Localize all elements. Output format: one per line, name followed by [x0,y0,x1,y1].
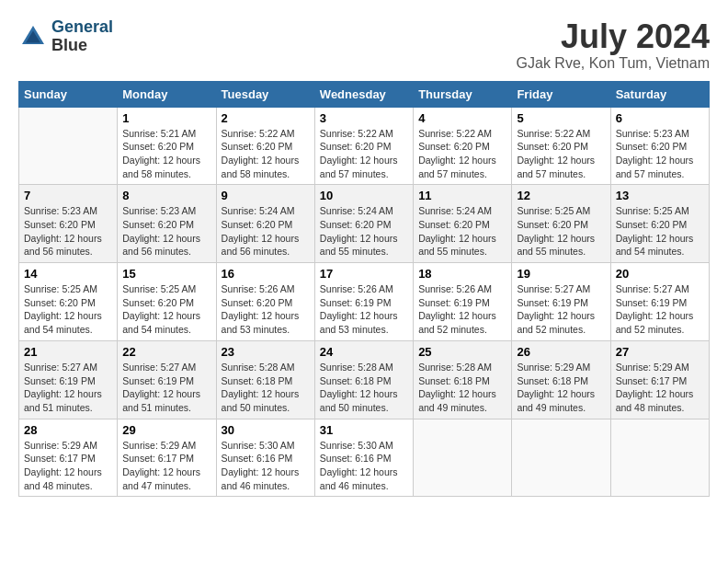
day-number: 25 [418,345,506,359]
day-info: Sunrise: 5:22 AM Sunset: 6:20 PM Dayligh… [320,127,408,181]
calendar-cell: 21Sunrise: 5:27 AM Sunset: 6:19 PM Dayli… [19,340,118,419]
day-number: 16 [222,267,310,281]
calendar-cell: 9Sunrise: 5:24 AM Sunset: 6:20 PM Daylig… [216,185,314,263]
day-number: 20 [616,267,704,281]
day-info: Sunrise: 5:27 AM Sunset: 6:19 PM Dayligh… [122,361,210,415]
weekday-header-sunday: Sunday [19,81,118,107]
weekday-header-friday: Friday [512,81,610,107]
calendar-cell: 24Sunrise: 5:28 AM Sunset: 6:18 PM Dayli… [314,340,413,419]
weekday-header-tuesday: Tuesday [216,81,314,107]
calendar-cell [414,419,512,497]
location: GJak Rve, Kon Tum, Vietnam [517,55,710,72]
weekday-header-thursday: Thursday [414,81,512,107]
weekday-header-wednesday: Wednesday [314,81,413,107]
day-number: 18 [418,267,506,281]
calendar-week-4: 28Sunrise: 5:29 AM Sunset: 6:17 PM Dayli… [19,419,710,497]
day-info: Sunrise: 5:24 AM Sunset: 6:20 PM Dayligh… [222,204,310,259]
calendar-cell: 6Sunrise: 5:23 AM Sunset: 6:20 PM Daylig… [610,107,709,185]
day-number: 21 [24,345,112,359]
calendar-cell [19,107,118,185]
day-info: Sunrise: 5:24 AM Sunset: 6:20 PM Dayligh… [320,204,408,259]
day-info: Sunrise: 5:24 AM Sunset: 6:20 PM Dayligh… [418,204,506,259]
day-info: Sunrise: 5:28 AM Sunset: 6:18 PM Dayligh… [222,361,310,415]
day-number: 6 [616,111,704,125]
day-info: Sunrise: 5:26 AM Sunset: 6:19 PM Dayligh… [418,282,506,337]
calendar-cell: 14Sunrise: 5:25 AM Sunset: 6:20 PM Dayli… [19,263,118,341]
day-info: Sunrise: 5:27 AM Sunset: 6:19 PM Dayligh… [24,361,112,415]
calendar-header: SundayMondayTuesdayWednesdayThursdayFrid… [19,81,710,107]
day-info: Sunrise: 5:22 AM Sunset: 6:20 PM Dayligh… [222,127,310,181]
logo-icon [18,22,48,52]
day-number: 11 [418,189,506,202]
calendar-cell: 2Sunrise: 5:22 AM Sunset: 6:20 PM Daylig… [216,107,314,185]
day-number: 19 [517,267,605,281]
calendar-cell: 28Sunrise: 5:29 AM Sunset: 6:17 PM Dayli… [19,419,118,497]
day-number: 14 [24,267,112,281]
day-number: 4 [418,111,506,125]
calendar-cell: 5Sunrise: 5:22 AM Sunset: 6:20 PM Daylig… [512,107,610,185]
day-number: 31 [320,423,408,437]
calendar-week-0: 1Sunrise: 5:21 AM Sunset: 6:20 PM Daylig… [19,107,710,185]
calendar-week-3: 21Sunrise: 5:27 AM Sunset: 6:19 PM Dayli… [19,340,710,419]
calendar-cell [512,419,610,497]
day-info: Sunrise: 5:23 AM Sunset: 6:20 PM Dayligh… [122,204,210,259]
day-number: 24 [320,345,408,359]
title-block: July 2024 GJak Rve, Kon Tum, Vietnam [517,18,710,72]
day-number: 29 [122,423,210,437]
day-number: 9 [222,189,310,202]
day-number: 22 [122,345,210,359]
day-info: Sunrise: 5:27 AM Sunset: 6:19 PM Dayligh… [517,282,605,337]
day-number: 1 [122,111,210,125]
calendar-cell: 3Sunrise: 5:22 AM Sunset: 6:20 PM Daylig… [314,107,413,185]
calendar-cell: 10Sunrise: 5:24 AM Sunset: 6:20 PM Dayli… [314,185,413,263]
day-number: 23 [222,345,310,359]
calendar-table: SundayMondayTuesdayWednesdayThursdayFrid… [18,81,710,498]
day-number: 8 [122,189,210,202]
day-info: Sunrise: 5:29 AM Sunset: 6:18 PM Dayligh… [517,361,605,415]
weekday-header-saturday: Saturday [610,81,709,107]
day-info: Sunrise: 5:30 AM Sunset: 6:16 PM Dayligh… [320,439,408,493]
month-year: July 2024 [517,18,710,55]
day-info: Sunrise: 5:25 AM Sunset: 6:20 PM Dayligh… [616,204,704,259]
day-info: Sunrise: 5:30 AM Sunset: 6:16 PM Dayligh… [222,439,310,493]
calendar-cell: 16Sunrise: 5:26 AM Sunset: 6:20 PM Dayli… [216,263,314,341]
calendar-cell: 17Sunrise: 5:26 AM Sunset: 6:19 PM Dayli… [314,263,413,341]
day-info: Sunrise: 5:23 AM Sunset: 6:20 PM Dayligh… [616,127,704,181]
day-info: Sunrise: 5:28 AM Sunset: 6:18 PM Dayligh… [418,361,506,415]
day-number: 17 [320,267,408,281]
day-info: Sunrise: 5:26 AM Sunset: 6:19 PM Dayligh… [320,282,408,337]
weekday-row: SundayMondayTuesdayWednesdayThursdayFrid… [19,81,710,107]
calendar-cell: 26Sunrise: 5:29 AM Sunset: 6:18 PM Dayli… [512,340,610,419]
calendar-cell [610,419,709,497]
day-number: 28 [24,423,112,437]
logo-text: General Blue [51,18,113,55]
calendar-cell: 13Sunrise: 5:25 AM Sunset: 6:20 PM Dayli… [610,185,709,263]
calendar-cell: 11Sunrise: 5:24 AM Sunset: 6:20 PM Dayli… [414,185,512,263]
weekday-header-monday: Monday [118,81,216,107]
calendar-cell: 22Sunrise: 5:27 AM Sunset: 6:19 PM Dayli… [118,340,216,419]
calendar-week-2: 14Sunrise: 5:25 AM Sunset: 6:20 PM Dayli… [19,263,710,341]
day-info: Sunrise: 5:22 AM Sunset: 6:20 PM Dayligh… [517,127,605,181]
calendar-cell: 30Sunrise: 5:30 AM Sunset: 6:16 PM Dayli… [216,419,314,497]
day-info: Sunrise: 5:29 AM Sunset: 6:17 PM Dayligh… [122,439,210,493]
calendar-cell: 7Sunrise: 5:23 AM Sunset: 6:20 PM Daylig… [19,185,118,263]
calendar-cell: 8Sunrise: 5:23 AM Sunset: 6:20 PM Daylig… [118,185,216,263]
day-number: 12 [517,189,605,202]
day-info: Sunrise: 5:29 AM Sunset: 6:17 PM Dayligh… [24,439,112,493]
day-info: Sunrise: 5:21 AM Sunset: 6:20 PM Dayligh… [122,127,210,181]
day-number: 3 [320,111,408,125]
calendar-cell: 29Sunrise: 5:29 AM Sunset: 6:17 PM Dayli… [118,419,216,497]
calendar-cell: 25Sunrise: 5:28 AM Sunset: 6:18 PM Dayli… [414,340,512,419]
calendar-cell: 23Sunrise: 5:28 AM Sunset: 6:18 PM Dayli… [216,340,314,419]
day-info: Sunrise: 5:22 AM Sunset: 6:20 PM Dayligh… [418,127,506,181]
day-info: Sunrise: 5:28 AM Sunset: 6:18 PM Dayligh… [320,361,408,415]
calendar-week-1: 7Sunrise: 5:23 AM Sunset: 6:20 PM Daylig… [19,185,710,263]
day-number: 13 [616,189,704,202]
calendar-cell: 18Sunrise: 5:26 AM Sunset: 6:19 PM Dayli… [414,263,512,341]
calendar-cell: 27Sunrise: 5:29 AM Sunset: 6:17 PM Dayli… [610,340,709,419]
day-number: 2 [222,111,310,125]
day-info: Sunrise: 5:29 AM Sunset: 6:17 PM Dayligh… [616,361,704,415]
calendar-cell: 1Sunrise: 5:21 AM Sunset: 6:20 PM Daylig… [118,107,216,185]
day-info: Sunrise: 5:27 AM Sunset: 6:19 PM Dayligh… [616,282,704,337]
calendar-cell: 20Sunrise: 5:27 AM Sunset: 6:19 PM Dayli… [610,263,709,341]
